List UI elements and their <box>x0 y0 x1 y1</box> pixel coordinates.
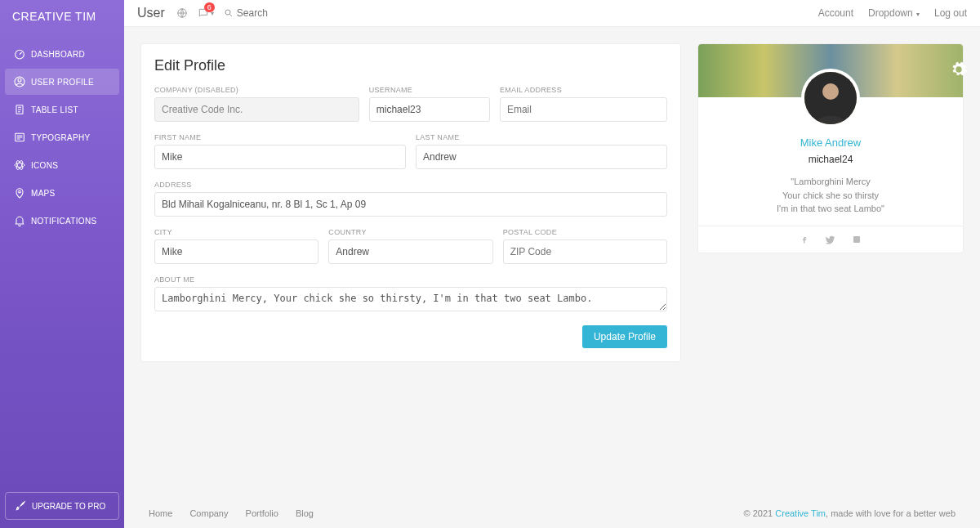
search-wrap <box>224 7 318 19</box>
sidebar-item-label: TABLE LIST <box>31 105 78 114</box>
google-icon[interactable] <box>852 235 862 244</box>
postal-label: POSTAL CODE <box>503 228 667 236</box>
lastname-input[interactable] <box>416 145 667 169</box>
profile-name-link[interactable]: Mike Andrew <box>711 136 950 149</box>
city-label: CITY <box>154 228 318 236</box>
footer-copyright: © 2021 Creative Tim, made with love for … <box>744 508 956 518</box>
sidebar-item-icons[interactable]: ICONS <box>5 152 119 178</box>
company-input <box>154 97 359 122</box>
profile-quote: "Lamborghini Mercy Your chick she so thi… <box>711 175 950 216</box>
postal-input[interactable] <box>503 239 667 264</box>
country-label: COUNTRY <box>328 228 492 236</box>
profile-card: Mike Andrew michael24 "Lamborghini Mercy… <box>697 43 964 253</box>
globe-icon[interactable] <box>176 7 188 19</box>
company-label: COMPANY (DISABLED) <box>154 86 359 94</box>
sidebar-item-label: MAPS <box>31 189 56 198</box>
upgrade-to-pro-button[interactable]: UPGRADE TO PRO <box>5 492 119 520</box>
username-label: USERNAME <box>369 86 490 94</box>
logout-link[interactable]: Log out <box>934 7 967 19</box>
upgrade-label: UPGRADE TO PRO <box>32 502 105 511</box>
user-circle-icon <box>13 75 31 88</box>
about-label: ABOUT ME <box>154 275 667 284</box>
svg-point-2 <box>18 78 21 82</box>
topbar: User 6 ▾ Account Dropdown ▾ Log out <box>124 0 980 27</box>
dropdown-link[interactable]: Dropdown ▾ <box>868 7 920 19</box>
topbar-right: Account Dropdown ▾ Log out <box>818 7 967 19</box>
atom-icon <box>13 159 31 172</box>
footer-creative-tim-link[interactable]: Creative Tim <box>775 508 826 518</box>
update-profile-button[interactable]: Update Profile <box>582 325 667 348</box>
search-icon <box>224 8 234 18</box>
footer-links: Home Company Portfolio Blog <box>149 508 328 518</box>
gauge-icon <box>13 47 31 60</box>
firstname-label: FIRST NAME <box>154 133 406 141</box>
sidebar-item-label: ICONS <box>31 161 58 170</box>
footer-blog-link[interactable]: Blog <box>296 508 314 518</box>
sidebar-item-label: TYPOGRAPHY <box>31 133 90 142</box>
edit-profile-heading: Edit Profile <box>154 57 667 74</box>
profile-username: michael24 <box>711 154 950 165</box>
search-input[interactable] <box>237 7 318 19</box>
email-input[interactable] <box>500 97 667 122</box>
address-label: ADDRESS <box>154 181 667 189</box>
footer-company-link[interactable]: Company <box>189 508 228 518</box>
pin-icon <box>13 186 31 199</box>
email-label: EMAIL ADDRESS <box>500 86 667 94</box>
sidebar-nav: DASHBOARD USER PROFILE TABLE LIST TYPOGR… <box>0 33 124 244</box>
main-content: Edit Profile COMPANY (DISABLED) USERNAME… <box>124 27 980 499</box>
sidebar-item-user-profile[interactable]: USER PROFILE <box>5 69 119 95</box>
notification-badge: 6 <box>204 2 215 12</box>
svg-point-8 <box>19 190 21 193</box>
sidebar-item-typography[interactable]: TYPOGRAPHY <box>5 124 119 150</box>
svg-rect-13 <box>853 236 860 243</box>
address-input[interactable] <box>154 192 667 217</box>
sidebar-item-label: USER PROFILE <box>31 78 94 87</box>
edit-profile-card: Edit Profile COMPANY (DISABLED) USERNAME… <box>140 43 681 362</box>
news-icon <box>13 131 31 144</box>
footer-home-link[interactable]: Home <box>149 508 172 518</box>
sidebar-item-dashboard[interactable]: DASHBOARD <box>5 41 119 67</box>
username-input[interactable] <box>369 97 490 122</box>
sidebar-item-maps[interactable]: MAPS <box>5 180 119 206</box>
lastname-label: LAST NAME <box>416 133 667 141</box>
svg-point-12 <box>822 83 839 100</box>
country-input[interactable] <box>328 239 492 264</box>
twitter-icon[interactable] <box>826 235 835 244</box>
svg-point-10 <box>225 10 230 15</box>
footer: Home Company Portfolio Blog © 2021 Creat… <box>124 499 980 528</box>
firstname-input[interactable] <box>154 145 406 169</box>
sidebar: CREATIVE TIM DASHBOARD USER PROFILE TABL… <box>0 0 124 528</box>
facebook-icon[interactable] <box>800 235 809 244</box>
clipboard-icon <box>13 103 31 116</box>
account-link[interactable]: Account <box>818 7 853 19</box>
avatar[interactable] <box>801 69 860 128</box>
caret-down-icon: ▾ <box>915 11 920 18</box>
about-textarea[interactable] <box>154 287 667 311</box>
city-input[interactable] <box>154 239 318 264</box>
brand-logo[interactable]: CREATIVE TIM <box>0 0 124 33</box>
notifications-icon[interactable]: 6 ▾ <box>198 7 214 19</box>
rocket-icon <box>14 499 32 512</box>
sidebar-item-notifications[interactable]: NOTIFICATIONS <box>5 208 119 234</box>
bell-icon <box>13 214 31 227</box>
gear-icon[interactable] <box>950 60 968 78</box>
page-title: User <box>137 6 165 20</box>
sidebar-item-table-list[interactable]: TABLE LIST <box>5 96 119 123</box>
sidebar-item-label: NOTIFICATIONS <box>31 217 96 226</box>
profile-social <box>698 226 963 253</box>
footer-portfolio-link[interactable]: Portfolio <box>246 508 278 518</box>
sidebar-item-label: DASHBOARD <box>31 50 85 59</box>
